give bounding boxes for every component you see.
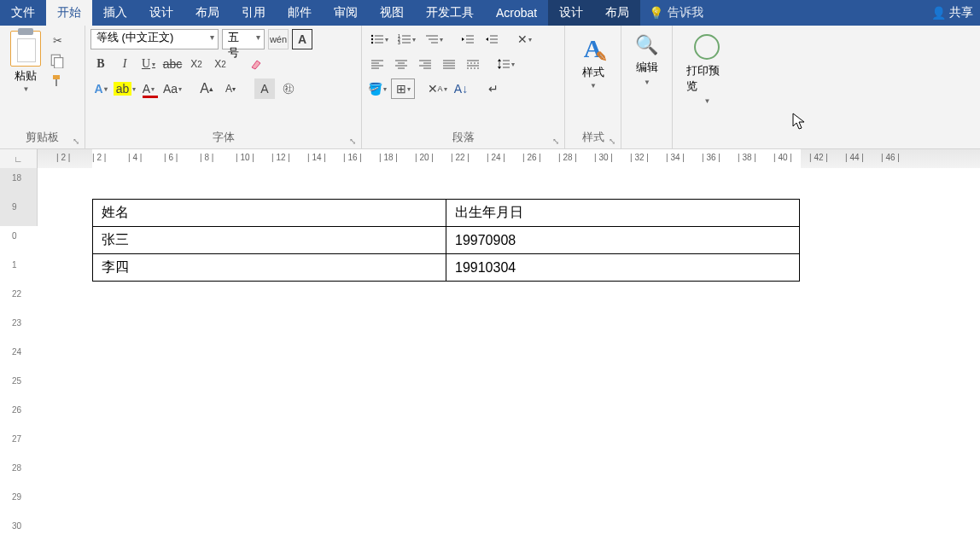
highlight-button[interactable]: ab▾ (114, 78, 135, 99)
snap-grid-button[interactable]: ✕A▾ (427, 78, 447, 99)
group-clipboard: 粘贴 ▼ ✂ 剪贴板 ⤡ (0, 26, 85, 148)
menu-design[interactable]: 设计 (138, 0, 184, 26)
ruler-tick: | 2 | (92, 153, 106, 162)
menu-file[interactable]: 文件 (0, 0, 46, 26)
ruler-tick: 25 (12, 376, 21, 386)
grow-font-button[interactable]: A▴ (196, 78, 217, 99)
menu-view[interactable]: 视图 (369, 0, 415, 26)
menu-devtools[interactable]: 开发工具 (415, 0, 485, 26)
clear-format-button[interactable] (246, 54, 266, 74)
group-preview: 打印预览 ▼ (673, 26, 741, 148)
ruler-tick: | 14 | (307, 153, 326, 162)
table-cell[interactable]: 出生年月日 (446, 200, 800, 227)
group-edit: 🔍 编辑 ▼ (621, 26, 673, 148)
cut-button[interactable]: ✂ (50, 32, 65, 48)
styles-label: 样式 (582, 65, 604, 80)
table-cell[interactable]: 李四 (93, 254, 446, 282)
menu-mailings[interactable]: 邮件 (277, 0, 323, 26)
group-styles: A✎ 样式 ▼ 样式 ⤡ (565, 26, 621, 148)
launcher-icon[interactable]: ⤡ (609, 136, 615, 146)
ruler-tick: | 46 | (881, 153, 900, 162)
print-preview-button[interactable]: 打印预览 ▼ (678, 29, 736, 110)
preview-label: 打印预览 (686, 63, 727, 94)
char-shading-button[interactable]: A (254, 78, 275, 99)
ruler-tick: | 8 | (200, 153, 213, 162)
ruler-tick: 18 (12, 173, 21, 183)
multilevel-button[interactable]: ▾ (422, 29, 446, 49)
format-painter-button[interactable] (50, 73, 65, 89)
menu-table-design[interactable]: 设计 (548, 0, 594, 26)
shrink-font-button[interactable]: A▾ (220, 78, 241, 99)
group-paragraph: ▾ 123▾ ▾ ✕▾ ▾ 🪣▾ ⊞▾ (362, 26, 565, 148)
font-size-select[interactable]: 五号 (222, 29, 265, 49)
subscript-button[interactable]: X2 (186, 54, 207, 74)
decrease-indent-button[interactable] (458, 29, 478, 49)
table-row[interactable]: 张三 19970908 (93, 227, 800, 254)
copy-button[interactable] (50, 53, 65, 68)
ruler-vertical[interactable]: 18901222324252627282930 (0, 168, 38, 546)
shading-button[interactable]: 🪣▾ (367, 78, 388, 99)
ribbon: 粘贴 ▼ ✂ 剪贴板 ⤡ 等线 (中文正文) 五号 wén (0, 26, 980, 149)
strikethrough-button[interactable]: abc (162, 54, 183, 74)
menu-bar: 文件 开始 插入 设计 布局 引用 邮件 审阅 视图 开发工具 Acrobat … (0, 0, 980, 26)
table-cell[interactable]: 19910304 (446, 254, 800, 282)
launcher-icon[interactable]: ⤡ (349, 136, 356, 146)
launcher-icon[interactable]: ⤡ (73, 136, 79, 146)
char-border-button[interactable]: A (292, 29, 312, 49)
align-distribute-button[interactable] (463, 54, 483, 74)
numbering-button[interactable]: 123▾ (394, 29, 418, 49)
asian-layout-button[interactable]: ✕▾ (514, 29, 534, 49)
menu-references[interactable]: 引用 (230, 0, 277, 26)
menu-insert[interactable]: 插入 (92, 0, 138, 26)
styles-icon: A✎ (584, 34, 603, 63)
menu-acrobat[interactable]: Acrobat (485, 0, 548, 26)
align-center-button[interactable] (391, 54, 411, 74)
phonetic-guide-button[interactable]: wén (268, 29, 289, 49)
align-right-button[interactable] (415, 54, 435, 74)
text-effects-button[interactable]: A▾ (90, 78, 111, 99)
styles-button[interactable]: A✎ 样式 ▼ (570, 29, 615, 95)
table-row[interactable]: 姓名 出生年月日 (93, 200, 800, 227)
align-left-button[interactable] (367, 54, 388, 74)
increase-indent-button[interactable] (481, 29, 502, 49)
paste-button[interactable]: 粘贴 ▼ (5, 29, 46, 95)
ruler-tick: 22 (12, 289, 21, 299)
ruler-horizontal[interactable]: ∟ | 2 || 2 || 4 || 6 || 8 || 10 || 12 ||… (0, 149, 980, 168)
mouse-cursor-icon (792, 113, 808, 136)
borders-button[interactable]: ⊞▾ (391, 78, 415, 99)
group-paragraph-label: 段落 ⤡ (367, 128, 559, 147)
font-color-button[interactable]: A▾ (138, 78, 159, 99)
paste-icon (10, 31, 41, 67)
bullets-button[interactable]: ▾ (367, 29, 391, 49)
menu-table-layout[interactable]: 布局 (594, 0, 640, 26)
sort-button[interactable]: A↓ (451, 78, 471, 99)
ruler-tick: | 34 | (666, 153, 685, 162)
table-cell[interactable]: 姓名 (93, 200, 446, 227)
table-cell[interactable]: 张三 (93, 227, 446, 254)
enclose-char-button[interactable]: ㊓ (278, 78, 299, 99)
ruler-corner: ∟ (0, 149, 38, 168)
share-button[interactable]: 👤 共享 (925, 0, 980, 26)
table-row[interactable]: 李四 19910304 (93, 254, 800, 282)
share-label: 共享 (949, 5, 973, 20)
bold-button[interactable]: B (90, 54, 111, 74)
table-cell[interactable]: 19970908 (446, 227, 800, 254)
ruler-tick: 0 (12, 231, 17, 241)
find-button[interactable]: 🔍 编辑 ▼ (627, 29, 667, 91)
font-name-select[interactable]: 等线 (中文正文) (90, 29, 219, 49)
svg-rect-2 (53, 75, 60, 79)
align-justify-button[interactable] (439, 54, 459, 74)
document-table[interactable]: 姓名 出生年月日 张三 19970908 李四 19910304 (92, 199, 800, 282)
launcher-icon[interactable]: ⤡ (552, 136, 559, 146)
line-spacing-button[interactable]: ▾ (495, 54, 516, 74)
underline-button[interactable]: U▾ (138, 54, 159, 74)
show-marks-button[interactable]: ↵ (483, 78, 504, 99)
menu-review[interactable]: 审阅 (323, 0, 369, 26)
italic-button[interactable]: I (114, 54, 135, 74)
menu-layout[interactable]: 布局 (184, 0, 230, 26)
tell-me[interactable]: 💡 告诉我 (640, 0, 712, 26)
ruler-tick: | 16 | (343, 153, 362, 162)
page[interactable]: 姓名 出生年月日 张三 19970908 李四 19910304 (38, 168, 980, 546)
menu-home[interactable]: 开始 (46, 0, 92, 26)
change-case-button[interactable]: Aa▾ (162, 78, 183, 99)
